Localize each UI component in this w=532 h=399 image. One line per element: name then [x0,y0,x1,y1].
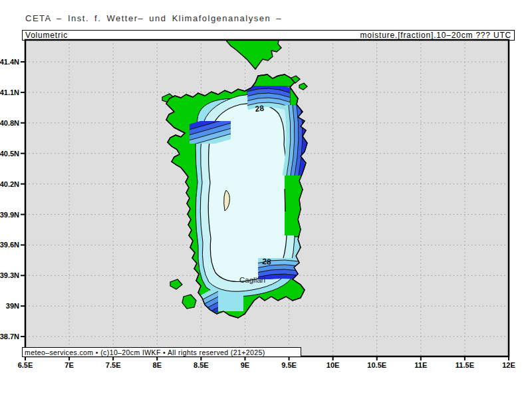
y-axis-label: 39.9N [0,211,19,219]
weather-map-page: CETA – Inst. f. Wetter– und Klimafolgena… [0,0,532,399]
stripe-patch-north [247,86,290,109]
y-axis-label: 39.3N [0,271,19,279]
y-axis-label: 39.6N [0,241,19,249]
x-axis-label: 11E [414,361,427,369]
copyright-text: meteo–services.com • (c)10–20cm IWKF • A… [25,348,265,356]
x-axis-label: 6.5E [18,361,33,369]
x-axis-label: 8E [153,361,162,369]
y-axis-label: 40.8N [0,119,19,127]
y-axis-label: 41.4N [0,58,19,66]
x-axis-label: 10.5E [367,361,386,369]
map-plot: 28 28 Cagliari 6.5E7E7.5E8E8.5E9E9.5E10E… [0,0,532,399]
contour-label-south: 28 [262,257,272,267]
x-axis-label: 7.5E [106,361,121,369]
x-axis-label: 8.5E [194,361,209,369]
y-axis-label: 40.5N [0,150,19,158]
y-axis-label: 38.7N [0,332,19,340]
copyright-bar: meteo–services.com • (c)10–20cm IWKF • A… [22,347,301,357]
y-axis-label: 40.2N [0,180,19,188]
x-axis-label: 9E [241,361,249,369]
x-axis-label: 7E [65,361,73,369]
x-axis-label: 11.5E [456,361,474,369]
x-axis-label: 9.5E [281,361,297,369]
y-axis-label: 39N [6,302,19,310]
y-axis-label: 41.1N [0,88,19,96]
x-axis-label: 10E [327,361,340,369]
contour-block-sw [217,291,243,311]
contour-label-north: 28 [255,104,265,114]
x-axis-label: 12E [502,361,515,369]
city-label-cagliari: Cagliari [239,276,265,284]
